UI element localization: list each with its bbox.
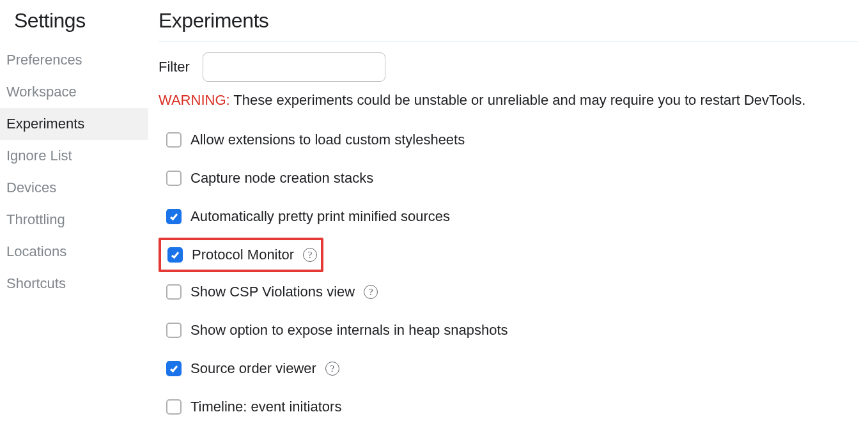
sidebar-item-label: Devices [6,180,56,195]
experiment-row-allow-extensions: Allow extensions to load custom styleshe… [159,124,858,156]
sidebar-title: Settings [0,9,148,44]
experiment-checkbox[interactable] [166,209,182,224]
filter-input[interactable] [203,52,385,82]
experiment-row-source-order: Source order viewer ? [159,353,858,385]
sidebar-item-experiments[interactable]: Experiments [0,108,148,140]
experiment-row-pretty-print: Automatically pretty print minified sour… [159,201,858,233]
experiment-checkbox[interactable] [166,132,182,148]
experiment-label: Source order viewer [190,360,316,377]
sidebar-item-label: Throttling [6,211,65,227]
page-title: Experiments [159,9,858,42]
help-icon[interactable]: ? [303,248,317,262]
sidebar-item-label: Ignore List [6,148,72,164]
experiment-row-capture-node: Capture node creation stacks [159,162,858,194]
warning-prefix: WARNING: [159,92,230,108]
experiment-checkbox[interactable] [166,284,182,300]
warning-text: These experiments could be unstable or u… [230,92,806,108]
sidebar-item-throttling[interactable]: Throttling [0,204,148,236]
help-icon[interactable]: ? [325,362,339,376]
experiment-checkbox[interactable] [167,247,183,263]
experiment-row-heap-internals: Show option to expose internals in heap … [159,314,858,346]
experiment-label: Automatically pretty print minified sour… [190,208,450,225]
sidebar-item-shortcuts[interactable]: Shortcuts [0,268,148,300]
sidebar-item-label: Preferences [6,52,82,68]
experiment-label: Protocol Monitor [192,247,294,263]
sidebar-item-devices[interactable]: Devices [0,172,148,204]
experiment-checkbox[interactable] [166,323,182,338]
experiment-row-csp-violations: Show CSP Violations view ? [159,276,858,308]
experiment-label: Show option to expose internals in heap … [190,322,508,339]
filter-label: Filter [159,59,190,75]
experiment-label: Timeline: event initiators [190,399,341,415]
main-content: Experiments Filter WARNING: These experi… [148,0,868,428]
help-icon[interactable]: ? [364,285,378,299]
sidebar-item-ignore-list[interactable]: Ignore List [0,140,148,172]
experiment-checkbox[interactable] [166,361,182,376]
sidebar-item-label: Experiments [6,116,84,132]
experiment-checkbox[interactable] [166,399,182,415]
sidebar-item-label: Workspace [6,84,77,100]
experiment-label: Capture node creation stacks [190,170,373,187]
experiment-label: Allow extensions to load custom styleshe… [190,132,465,148]
sidebar-item-locations[interactable]: Locations [0,236,148,268]
sidebar-item-label: Locations [6,243,66,259]
experiment-checkbox[interactable] [166,171,182,186]
experiment-row-protocol-monitor: Protocol Monitor ? [159,238,323,272]
sidebar-item-label: Shortcuts [6,275,66,291]
filter-row: Filter [159,52,858,82]
experiment-row-timeline-initiators: Timeline: event initiators [159,391,858,423]
settings-sidebar: Settings Preferences Workspace Experimen… [0,0,148,428]
sidebar-item-preferences[interactable]: Preferences [0,44,148,76]
sidebar-item-workspace[interactable]: Workspace [0,76,148,108]
warning-message: WARNING: These experiments could be unst… [159,92,858,109]
experiment-label: Show CSP Violations view [190,284,355,300]
